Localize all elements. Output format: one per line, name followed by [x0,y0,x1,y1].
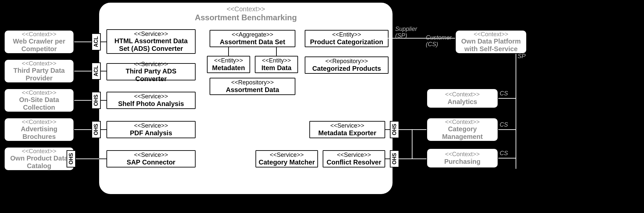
label-cs-1: CS [500,90,508,97]
stereo: <<Context>> [7,89,72,96]
title: On-Site Data Collection [7,96,72,111]
stereo: <<Service>> [109,31,193,38]
label-supplier: Supplier (SP) [395,26,417,39]
title: Category Management [429,125,496,141]
title: Assortment Data [212,86,293,94]
title: PDF Analysis [109,129,193,137]
connector-line [100,100,106,101]
ent-product-categorization: <<Entity>> Product Categorization [305,30,389,47]
connector-line [100,71,106,71]
connector-line [228,47,229,56]
connector-line [498,158,516,159]
stereo: <<Service>> [325,152,383,159]
label-cs-3: CS [500,150,508,157]
repo-categorized-products: <<Repository>> Categorized Products [305,56,389,74]
stereo: <<Service>> [109,122,193,129]
stereo: <<Context>> [429,119,496,126]
stereo: <<Service>> [109,61,193,68]
connector-line [100,129,106,130]
svc-category-matcher: <<Service>> Category Matcher [255,150,318,167]
stereo: <<Aggregate>> [212,31,293,38]
title: Categorized Products [307,65,386,72]
title: Shelf Photo Analysis [109,100,193,108]
title: Third Party Data Provider [7,67,72,82]
stereo: <<Service>> [109,152,193,159]
title: Assortment Data Set [212,38,293,46]
stereo: <<Service>> [312,122,383,129]
svc-third-party-ads: <<Service>> Third Party ADS Converter [106,63,196,80]
label-sp: SP [518,53,526,60]
svc-pdf: <<Service>> PDF Analysis [106,121,196,138]
tag-ohs-owncatalog: OHS [67,150,76,167]
ctx-own-data-platform: <<Context>> Own Data Platform with Self-… [455,30,527,54]
ctx-analytics: <<Context>> Analytics [426,88,498,108]
title: HTML Assortment Data Set (ADS) Converter [109,37,193,53]
stereo: <<Service>> [109,93,193,100]
ctx-advertising: <<Context>> Advertising Brochures [4,118,74,142]
title: Purchasing [429,158,496,165]
connector-line [99,159,106,159]
ctx-web-crawler: <<Context>> Web Crawler per Competitor [4,30,74,54]
connector-line [100,42,106,42]
tag-acl-1: ACL [91,33,101,51]
connector-line [76,159,99,159]
tag-ohs-2: OHS [91,121,101,138]
stereo: <<Context>> [7,119,72,126]
stereo: <<Context>> [7,31,72,38]
repo-assortment-data: <<Repository>> Assortment Data [210,78,295,95]
connector-line [412,129,412,159]
agg-ads: <<Aggregate>> Assortment Data Set [210,30,295,47]
tag-ohs-1: OHS [91,92,101,109]
main-context-title: Assortment Benchmarking [99,13,393,22]
stereo: <<Repository>> [307,58,386,65]
ctx-category-mgmt: <<Context>> Category Management [426,118,498,142]
ent-itemdata: <<Entity>> Item Data [255,56,298,73]
ctx-third-party: <<Context>> Third Party Data Provider [4,59,74,83]
title: Product Categorization [307,38,386,46]
connector-line [74,100,91,101]
label-customer: Customer (CS) [426,35,452,48]
stereo: <<Context>> [429,91,496,98]
svc-metadata-exporter: <<Service>> Metadata Exporter [309,121,385,138]
stereo: <<Entity>> [307,31,386,38]
title: Analytics [429,98,496,106]
title: Third Party ADS Converter [109,67,193,83]
tag-ohs-me: OHS [390,121,399,138]
connector-line [74,71,91,71]
ctx-onsite: <<Context>> On-Site Data Collection [4,88,74,112]
ctx-purchasing: <<Context>> Purchasing [426,148,498,168]
tag-ohs-cr: OHS [390,150,399,167]
stereo: <<Context>> [429,151,496,158]
title: SAP Connector [109,159,193,166]
connector-line [516,54,516,169]
title: Metadaten [210,64,247,72]
title: Metadata Exporter [312,129,383,137]
label-cs-2: CS [500,122,508,128]
stereo: <<Entity>> [210,57,247,64]
connector-line [385,159,390,159]
connector-line [399,129,426,130]
stereo: <<Context>> [7,148,72,155]
title: Own Data Platform with Self-Service [458,38,524,53]
title: Advertising Brochures [7,125,72,141]
connector-line [74,129,91,130]
svc-conflict-resolver: <<Service>> Conflict Resolver [323,150,385,167]
svc-shelf-photo: <<Service>> Shelf Photo Analysis [106,92,196,109]
connector-line [74,42,91,42]
connector-line [498,129,516,130]
title: Item Data [257,64,295,72]
title: Own Product Data Catalog [7,155,72,170]
stereo: <<Service>> [258,152,315,159]
tag-acl-2: ACL [91,62,101,80]
connector-line [498,98,516,99]
stereo: <<Repository>> [212,79,293,86]
connector-line [385,129,390,130]
svc-html-ads: <<Service>> HTML Assortment Data Set (AD… [106,29,196,54]
connector-line [399,159,426,159]
connector-line [276,47,277,56]
title: Conflict Resolver [325,159,383,166]
ent-metadaten: <<Entity>> Metadaten [207,56,250,73]
stereo: <<Entity>> [257,57,295,64]
title: Category Matcher [258,159,315,166]
ctx-own-catalog: <<Context>> Own Product Data Catalog [4,147,74,171]
